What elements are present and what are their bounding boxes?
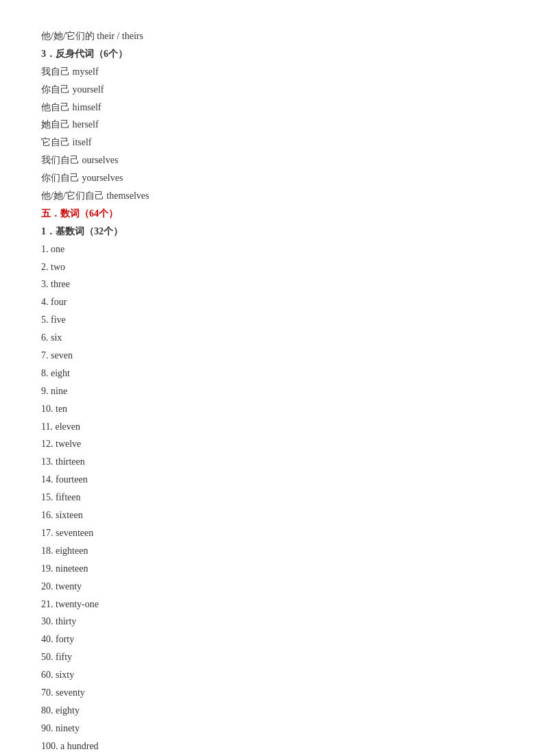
- content-line-22: 11. eleven: [41, 418, 494, 436]
- content-line-27: 16. sixteen: [41, 507, 494, 524]
- content-line-16: 5. five: [41, 311, 494, 329]
- content-line-23: 12. twelve: [41, 435, 494, 453]
- content-line-25: 14. fourteen: [41, 471, 494, 489]
- content-line-34: 40. forty: [41, 631, 494, 648]
- content-line-26: 15. fifteen: [41, 489, 494, 507]
- content-line-37: 70. seventy: [41, 684, 494, 702]
- content-line-1: 3．反身代词（6个）: [41, 45, 494, 63]
- content-line-7: 我们自己 ourselves: [41, 151, 494, 169]
- content-line-13: 2. two: [41, 258, 494, 276]
- content-line-30: 19. nineteen: [41, 560, 494, 578]
- content-line-38: 80. eighty: [41, 702, 494, 720]
- content-line-24: 13. thirteen: [41, 453, 494, 471]
- content-line-8: 你们自己 yourselves: [41, 169, 494, 187]
- content-line-17: 6. six: [41, 329, 494, 347]
- content-line-31: 20. twenty: [41, 578, 494, 596]
- content-line-4: 他自己 himself: [41, 99, 494, 117]
- content-line-19: 8. eight: [41, 365, 494, 382]
- content-line-28: 17. seventeen: [41, 524, 494, 542]
- content-line-29: 18. eighteen: [41, 542, 494, 560]
- content-line-21: 10. ten: [41, 400, 494, 418]
- content-line-36: 60. sixty: [41, 666, 494, 684]
- content-line-11: 1．基数词（32个）: [41, 223, 494, 241]
- content-line-5: 她自己 herself: [41, 116, 494, 134]
- content-line-6: 它自己 itself: [41, 134, 494, 151]
- content-line-3: 你自己 yourself: [41, 81, 494, 99]
- content-line-9: 他/她/它们自己 themselves: [41, 187, 494, 205]
- content-line-14: 3. three: [41, 276, 494, 293]
- main-content: 他/她/它们的 their / theirs3．反身代词（6个）我自己 myse…: [41, 27, 494, 756]
- content-line-39: 90. ninety: [41, 720, 494, 737]
- content-line-12: 1. one: [41, 241, 494, 258]
- content-line-0: 他/她/它们的 their / theirs: [41, 27, 494, 45]
- content-line-35: 50. fifty: [41, 648, 494, 666]
- content-line-2: 我自己 myself: [41, 63, 494, 81]
- content-line-10: 五．数词（64个）: [41, 205, 494, 223]
- content-line-32: 21. twenty-one: [41, 596, 494, 613]
- content-line-18: 7. seven: [41, 347, 494, 365]
- content-line-33: 30. thirty: [41, 613, 494, 631]
- content-line-40: 100. a hundred: [41, 737, 494, 755]
- content-line-15: 4. four: [41, 293, 494, 311]
- content-line-20: 9. nine: [41, 382, 494, 400]
